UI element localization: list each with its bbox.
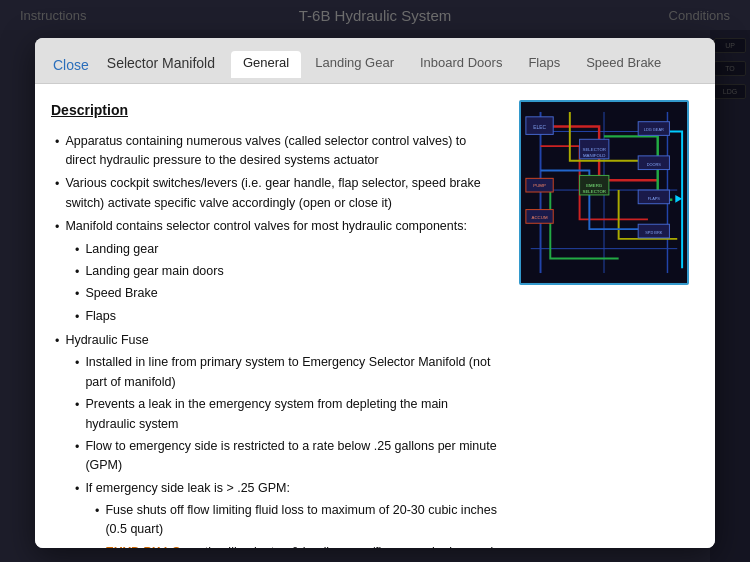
sub-1c: Speed Brake — [85, 284, 157, 303]
fuse-dot-b: • — [75, 396, 79, 415]
hydraulic-diagram: ELEC SELECTOR MANIFOLD EMERG SELECTOR LD… — [519, 100, 689, 285]
tab-inboard-doors[interactable]: Inboard Doors — [408, 51, 514, 78]
bullet-dot-3: • — [55, 218, 59, 237]
tab-flaps[interactable]: Flaps — [516, 51, 572, 78]
hydraulic-fuse-section: • Hydraulic Fuse •Installed in line from… — [55, 331, 497, 548]
tab-general[interactable]: General — [231, 51, 301, 78]
ehyd-highlight: EHYD PX LO — [105, 545, 181, 548]
fuse-dot-d: • — [75, 480, 79, 499]
tab-landing-gear[interactable]: Landing Gear — [303, 51, 406, 78]
fuse-d: If emergency side leak is > .25 GPM: — [85, 479, 290, 498]
bullet-3-text: Manifold contains selector control valve… — [65, 217, 467, 236]
fuse-d2: EHYD PX LO caution illuminates & landing… — [105, 543, 497, 548]
bullet-2: • Various cockpit switches/levers (i.e. … — [55, 174, 497, 213]
content-area: Description • Apparatus containing numer… — [51, 100, 509, 532]
sub-dot-1a: • — [75, 241, 79, 260]
bullet-dot-2: • — [55, 175, 59, 194]
svg-text:LDG GEAR: LDG GEAR — [644, 127, 664, 132]
fuse-dot-d2: • — [95, 544, 99, 548]
sub-1b: Landing gear main doors — [85, 262, 223, 281]
modal-body: Description • Apparatus containing numer… — [35, 84, 715, 548]
sub-dot-1d: • — [75, 308, 79, 327]
bullet-1-text: Apparatus containing numerous valves (ca… — [65, 132, 497, 171]
hydraulic-fuse-label: Hydraulic Fuse — [65, 331, 148, 350]
svg-text:MANIFOLD: MANIFOLD — [583, 153, 606, 158]
modal: Close Selector Manifold General Landing … — [35, 38, 715, 548]
fuse-sub-level2: • Fuse shuts off flow limiting fluid los… — [95, 501, 497, 548]
bullet-3: • Manifold contains selector control val… — [55, 217, 497, 327]
fuse-sub-bullets: •Installed in line from primary system t… — [75, 353, 497, 548]
modal-tab-bar: Close Selector Manifold General Landing … — [35, 38, 715, 84]
svg-text:EMERG: EMERG — [586, 183, 603, 188]
diagram-svg: ELEC SELECTOR MANIFOLD EMERG SELECTOR LD… — [521, 102, 687, 283]
modal-overlay: Close Selector Manifold General Landing … — [0, 0, 750, 562]
svg-text:SPD BRK: SPD BRK — [645, 230, 662, 235]
sub-dot-1c: • — [75, 285, 79, 304]
svg-text:DOORS: DOORS — [647, 162, 662, 167]
bullet-dot-1: • — [55, 133, 59, 152]
fuse-c: Flow to emergency side is restricted to … — [85, 437, 497, 476]
fuse-b: Prevents a leak in the emergency system … — [85, 395, 497, 434]
sub-bullets-1: •Landing gear •Landing gear main doors •… — [75, 240, 497, 328]
svg-text:ELEC: ELEC — [533, 125, 546, 130]
sub-1d: Flaps — [85, 307, 116, 326]
fuse-dot-a: • — [75, 354, 79, 373]
bullet-1: • Apparatus containing numerous valves (… — [55, 132, 497, 171]
fuse-a: Installed in line from primary system to… — [85, 353, 497, 392]
svg-text:SELECTOR: SELECTOR — [582, 147, 606, 152]
svg-text:SELECTOR: SELECTOR — [582, 189, 606, 194]
sub-dot-1b: • — [75, 263, 79, 282]
svg-text:FLAPS: FLAPS — [648, 196, 661, 201]
svg-text:ACCUM: ACCUM — [532, 215, 548, 220]
bullet-dot-fuse: • — [55, 332, 59, 351]
tab-speed-brake[interactable]: Speed Brake — [574, 51, 673, 78]
close-button[interactable]: Close — [45, 53, 97, 77]
fuse-dot-d1: • — [95, 502, 99, 521]
diagram-area: ELEC SELECTOR MANIFOLD EMERG SELECTOR LD… — [519, 100, 699, 532]
section-heading: Description — [51, 100, 497, 122]
sub-1a: Landing gear — [85, 240, 158, 259]
fuse-dot-c: • — [75, 438, 79, 457]
bullet-2-text: Various cockpit switches/levers (i.e. ge… — [65, 174, 497, 213]
modal-title: Selector Manifold — [107, 51, 215, 79]
svg-text:PUMP: PUMP — [533, 183, 546, 188]
fuse-d1: Fuse shuts off flow limiting fluid loss … — [105, 501, 497, 540]
